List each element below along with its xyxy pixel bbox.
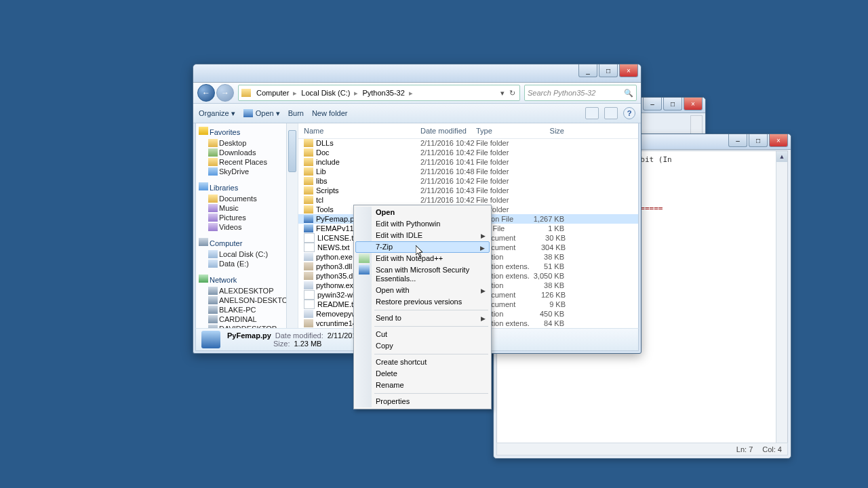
editor-close[interactable]: × xyxy=(769,134,788,147)
file-type: File folder xyxy=(476,177,530,185)
file-date: 2/11/2016 10:48 AM xyxy=(420,167,476,176)
scrollbar-thumb[interactable] xyxy=(288,130,296,172)
back-button[interactable]: ← xyxy=(197,84,215,102)
col-name[interactable]: Name xyxy=(304,127,420,135)
address-dropdown-icon[interactable]: ▾ xyxy=(498,89,507,98)
sidebar-item-downloads[interactable]: Downloads xyxy=(196,148,298,157)
libraries-icon xyxy=(199,182,208,190)
context-item[interactable]: Delete xyxy=(355,368,490,380)
file-row[interactable]: Doc2/11/2016 10:42 AMFile folder xyxy=(298,148,638,157)
close-button[interactable]: × xyxy=(619,64,638,77)
explorer-titlebar[interactable]: _ □ × xyxy=(193,64,641,83)
preview-pane-icon[interactable] xyxy=(604,107,618,119)
sidebar-item-skydrive[interactable]: SkyDrive xyxy=(196,167,298,176)
editor-minimize[interactable]: – xyxy=(728,134,747,147)
context-item[interactable]: Copy xyxy=(355,340,490,352)
context-item[interactable]: Restore previous versions xyxy=(355,296,490,308)
sidebar-item-recent[interactable]: Recent Places xyxy=(196,157,298,167)
file-row[interactable]: tcl2/11/2016 10:42 AMFile folder xyxy=(298,195,638,205)
view-options-icon[interactable] xyxy=(585,107,599,119)
file-type: File folder xyxy=(476,196,530,204)
sidebar-item-c-drive[interactable]: Local Disk (C:) xyxy=(196,249,298,259)
file-icon xyxy=(304,224,313,232)
file-date: 2/11/2016 10:42 AM xyxy=(420,177,476,185)
address-bar[interactable]: Computer▸ Local Disk (C:)▸ Python35-32▸ … xyxy=(238,85,520,101)
file-date: 2/11/2016 10:43 AM xyxy=(420,186,476,195)
search-input[interactable]: Search Python35-32 🔍 xyxy=(524,85,637,101)
refresh-icon[interactable]: ↻ xyxy=(507,89,517,98)
file-size: 9 KB xyxy=(532,300,566,308)
bg-close[interactable]: × xyxy=(684,98,703,110)
burn-button[interactable]: Burn xyxy=(288,109,304,117)
sidebar-item-net[interactable]: ALEXDESKTOP xyxy=(196,286,298,296)
col-type[interactable]: Type xyxy=(476,127,530,135)
crumb-drive[interactable]: Local Disk (C:) xyxy=(298,89,353,97)
file-icon xyxy=(304,177,313,185)
context-item[interactable]: Rename xyxy=(355,380,490,391)
crumb-sep-icon: ▸ xyxy=(353,89,359,98)
submenu-arrow-icon: ▶ xyxy=(481,287,486,296)
editor-scrollbar[interactable]: ▲ xyxy=(776,151,787,443)
context-item[interactable]: Send to▶ xyxy=(355,312,490,324)
sidebar-scrollbar[interactable] xyxy=(286,123,298,328)
pc-icon xyxy=(208,287,218,295)
context-item[interactable]: Open with▶ xyxy=(355,285,490,296)
sidebar-item-videos[interactable]: Videos xyxy=(196,222,298,232)
star-icon xyxy=(199,127,208,135)
context-item-label: Restore previous versions xyxy=(376,298,462,306)
sidebar-item-documents[interactable]: Documents xyxy=(196,194,298,203)
context-separator xyxy=(374,310,488,310)
context-item[interactable]: Create shortcut xyxy=(355,357,490,368)
sidebar-item-e-drive[interactable]: Data (E:) xyxy=(196,259,298,268)
file-row[interactable]: DLLs2/11/2016 10:42 AMFile folder xyxy=(298,138,638,148)
crumb-sep-icon: ▸ xyxy=(292,89,298,98)
sidebar-item-net[interactable]: CARDINAL xyxy=(196,314,298,324)
file-row[interactable]: Lib2/11/2016 10:48 AMFile folder xyxy=(298,167,638,176)
file-row[interactable]: libs2/11/2016 10:42 AMFile folder xyxy=(298,176,638,186)
network-icon xyxy=(199,274,208,283)
sidebar-network[interactable]: Network xyxy=(196,274,298,286)
bg-scrollbar[interactable] xyxy=(690,115,703,136)
file-icon xyxy=(304,205,313,214)
context-item[interactable]: Open xyxy=(355,207,490,218)
sidebar-item-label: Desktop xyxy=(219,139,246,147)
organize-button[interactable]: Organize ▾ xyxy=(199,109,235,118)
new-folder-button[interactable]: New folder xyxy=(312,109,348,117)
context-item[interactable]: Scan with Microsoft Security Essentials.… xyxy=(355,264,490,285)
forward-button[interactable]: → xyxy=(216,84,234,102)
minimize-button[interactable]: _ xyxy=(578,64,597,77)
crumb-computer[interactable]: Computer xyxy=(254,89,292,97)
pc-icon xyxy=(208,306,218,314)
column-headers[interactable]: Name Date modified Type Size xyxy=(298,123,638,139)
context-item[interactable]: Cut xyxy=(355,329,490,340)
context-item[interactable]: Properties xyxy=(355,396,490,407)
editor-maximize[interactable]: □ xyxy=(749,134,768,147)
file-row[interactable]: include2/11/2016 10:41 AMFile folder xyxy=(298,157,638,167)
sidebar-item-pictures[interactable]: Pictures xyxy=(196,213,298,222)
file-type: File folder xyxy=(476,167,530,176)
command-bar: Organize ▾ Open ▾ Burn New folder ? xyxy=(193,104,641,123)
sidebar-item-label: Data (E:) xyxy=(219,260,249,268)
bg-maximize[interactable]: □ xyxy=(663,98,682,110)
sidebar-computer[interactable]: Computer xyxy=(196,237,298,249)
maximize-button[interactable]: □ xyxy=(599,64,618,77)
sidebar-libraries[interactable]: Libraries xyxy=(196,182,298,194)
sidebar-item-music[interactable]: Music xyxy=(196,203,298,213)
help-icon[interactable]: ? xyxy=(623,107,635,119)
file-name: libs xyxy=(316,177,420,185)
sidebar-item-net[interactable]: BLAKE-PC xyxy=(196,305,298,314)
col-date[interactable]: Date modified xyxy=(420,127,476,135)
sidebar-favorites[interactable]: Favorites xyxy=(196,126,298,138)
context-item[interactable]: Edit with IDLE▶ xyxy=(355,230,490,241)
file-row[interactable]: Scripts2/11/2016 10:43 AMFile folder xyxy=(298,186,638,195)
context-item[interactable]: Edit with Pythonwin xyxy=(355,218,490,230)
open-button[interactable]: Open ▾ xyxy=(243,109,280,118)
sidebar-item-net[interactable]: ANELSON-DESKTOP xyxy=(196,296,298,305)
bg-minimize[interactable]: – xyxy=(643,98,662,110)
sidebar-item-desktop[interactable]: Desktop xyxy=(196,138,298,148)
col-size[interactable]: Size xyxy=(530,127,564,135)
scroll-up-icon[interactable]: ▲ xyxy=(776,151,787,162)
drive-icon xyxy=(208,260,218,268)
crumb-folder[interactable]: Python35-32 xyxy=(359,89,407,97)
python-file-icon xyxy=(201,331,220,348)
